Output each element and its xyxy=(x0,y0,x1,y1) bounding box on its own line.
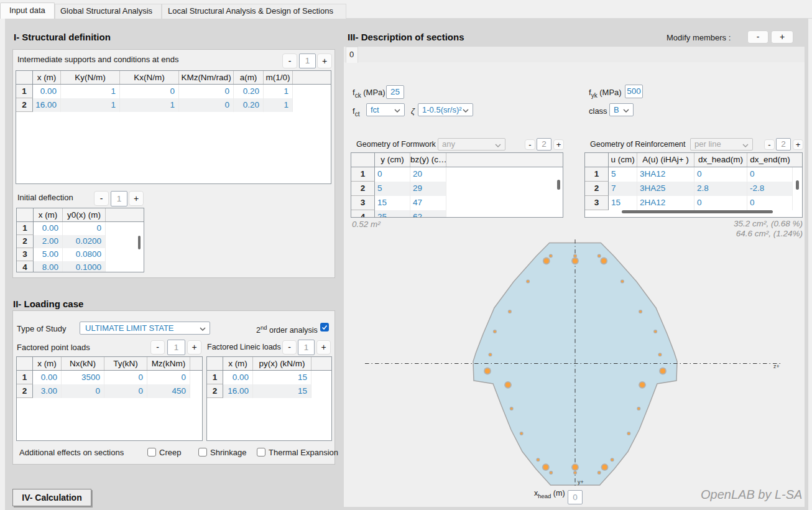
svg-text:z+: z+ xyxy=(773,363,780,369)
svg-text:y+: y+ xyxy=(578,479,584,485)
